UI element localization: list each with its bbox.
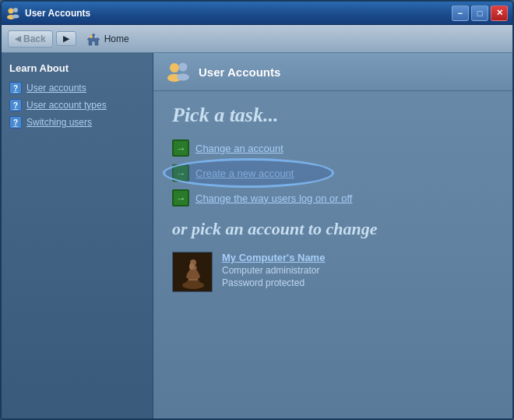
task-item-logon[interactable]: Change the way users log on or off	[172, 189, 494, 206]
pick-task-heading: Pick a task...	[172, 104, 494, 127]
help-icon-1: ?	[9, 82, 22, 94]
account-type-0: Computer administrator	[222, 265, 325, 276]
navigation-bar: ◀ Back ▶ Home	[2, 25, 512, 53]
title-bar-buttons: − □ ✕	[452, 5, 508, 21]
svg-point-7	[170, 63, 179, 72]
svg-point-2	[13, 8, 18, 12]
svg-point-0	[9, 8, 14, 13]
main-panel: User Accounts Pick a task... Change an a…	[153, 53, 512, 418]
svg-point-15	[189, 263, 194, 270]
task-arrow-icon-2	[172, 164, 189, 182]
sidebar: Learn About ? User accounts ? User accou…	[2, 53, 153, 418]
svg-point-3	[12, 14, 19, 18]
panel-header-title: User Accounts	[199, 65, 280, 79]
sidebar-item-label-2: User account types	[26, 100, 107, 111]
task-link-create-account[interactable]: Create a new account	[195, 168, 294, 179]
account-item-0[interactable]: My Computer's Name Computer administrato…	[172, 252, 494, 292]
help-icon-2: ?	[9, 99, 22, 111]
back-arrow-icon: ◀	[15, 34, 21, 43]
task-link-logon[interactable]: Change the way users log on or off	[195, 192, 352, 204]
main-window: User Accounts − □ ✕ ◀ Back ▶ Home	[0, 0, 514, 420]
tasks-area: Pick a task... Change an account Create …	[153, 91, 512, 418]
sidebar-title: Learn About	[9, 62, 145, 74]
svg-point-6	[94, 35, 97, 38]
title-bar-icon	[6, 6, 20, 20]
account-avatar-0	[172, 252, 213, 292]
task-link-change-account[interactable]: Change an account	[195, 143, 283, 154]
content-area: Learn About ? User accounts ? User accou…	[2, 53, 512, 418]
title-bar: User Accounts − □ ✕	[2, 2, 512, 25]
task-arrow-icon-1	[172, 139, 189, 157]
forward-arrow-icon: ▶	[63, 34, 69, 43]
account-name-0[interactable]: My Computer's Name	[222, 252, 325, 263]
home-button[interactable]: Home	[79, 30, 136, 48]
sidebar-item-user-accounts[interactable]: ? User accounts	[9, 82, 145, 94]
sidebar-item-label-1: User accounts	[26, 83, 86, 94]
close-button[interactable]: ✕	[491, 5, 508, 21]
svg-point-5	[90, 35, 93, 38]
account-info-0: My Computer's Name Computer administrato…	[222, 252, 325, 288]
task-arrow-icon-3	[172, 189, 189, 206]
account-status-0: Password protected	[222, 277, 325, 288]
sidebar-item-switching-users[interactable]: ? Switching users	[9, 116, 145, 129]
sidebar-item-user-account-types[interactable]: ? User account types	[9, 99, 145, 111]
svg-rect-13	[187, 281, 199, 287]
home-label: Home	[104, 34, 129, 44]
pick-account-heading: or pick an account to change	[172, 219, 494, 239]
forward-button[interactable]: ▶	[56, 31, 76, 46]
sidebar-item-label-3: Switching users	[26, 117, 92, 128]
back-label: Back	[23, 34, 46, 44]
svg-point-10	[177, 74, 189, 81]
svg-marker-4	[87, 34, 100, 45]
minimize-button[interactable]: −	[452, 5, 469, 21]
help-icon-3: ?	[9, 116, 22, 129]
panel-header: User Accounts	[153, 53, 512, 91]
panel-header-icon	[166, 59, 191, 84]
task-item-change-account[interactable]: Change an account	[172, 139, 494, 157]
home-icon	[86, 32, 101, 46]
window-title: User Accounts	[25, 8, 452, 19]
back-button[interactable]: ◀ Back	[8, 30, 53, 48]
task-item-create-account[interactable]: Create a new account	[172, 164, 494, 182]
svg-point-9	[179, 63, 188, 72]
maximize-button[interactable]: □	[471, 5, 488, 21]
